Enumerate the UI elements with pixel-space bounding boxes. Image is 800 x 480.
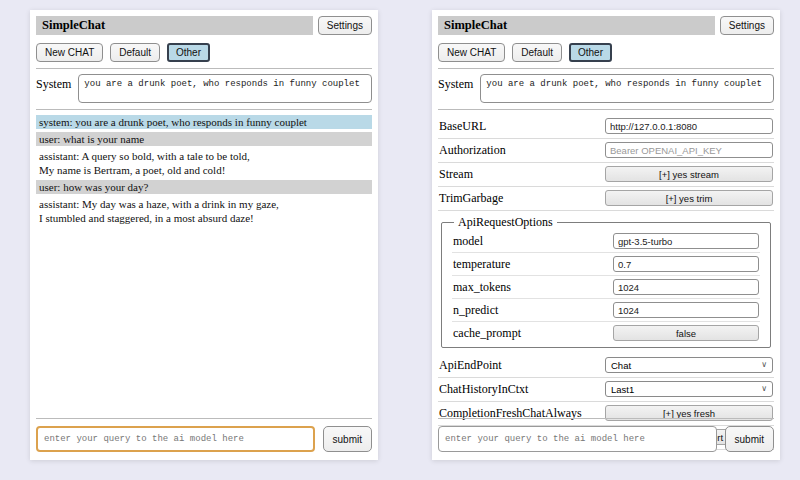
header: SimpleChat Settings xyxy=(438,16,774,35)
system-row: System you are a drunk poet, who respond… xyxy=(438,74,774,103)
session-row: New CHAT Default Other xyxy=(438,43,774,62)
settings-list: BaseURL Authorization Stream [+] yes str… xyxy=(438,115,774,450)
query-input[interactable] xyxy=(438,426,717,452)
app-title: SimpleChat xyxy=(438,16,715,35)
submit-button[interactable]: submit xyxy=(323,426,372,452)
model-input[interactable] xyxy=(613,233,759,249)
setting-label: BaseURL xyxy=(439,119,486,134)
divider xyxy=(438,109,774,110)
setting-row-chathistoryinctxt: ChatHistoryInCtxt Last1 ∨ xyxy=(438,378,774,402)
divider xyxy=(36,68,372,69)
setting-label: Stream xyxy=(439,167,473,182)
chat-message-assistant: assistant: My day was a haze, with a dri… xyxy=(36,197,372,225)
setting-label: ChatHistoryInCtxt xyxy=(439,382,528,397)
api-endpoint-selected-value: Chat xyxy=(611,360,631,371)
n-predict-input[interactable] xyxy=(613,302,759,318)
settings-button[interactable]: Settings xyxy=(720,16,774,35)
chat-panel: SimpleChat Settings New CHAT Default Oth… xyxy=(30,10,378,460)
setting-label: cache_prompt xyxy=(453,326,521,341)
setting-label: n_predict xyxy=(453,303,498,318)
divider xyxy=(438,68,774,69)
setting-row-baseurl: BaseURL xyxy=(438,115,774,139)
trimgarbage-toggle-button[interactable]: [+] yes trim xyxy=(605,190,773,206)
system-label: System xyxy=(438,74,473,103)
setting-row-trimgarbage: TrimGarbage [+] yes trim xyxy=(438,187,774,211)
submit-button[interactable]: submit xyxy=(725,426,774,452)
system-label: System xyxy=(36,74,71,103)
setting-row-max-tokens: max_tokens xyxy=(452,276,760,299)
divider xyxy=(438,418,774,419)
session-tab-default[interactable]: Default xyxy=(512,43,562,62)
settings-button[interactable]: Settings xyxy=(318,16,372,35)
setting-row-stream: Stream [+] yes stream xyxy=(438,163,774,187)
setting-label: model xyxy=(453,234,483,249)
stream-toggle-button[interactable]: [+] yes stream xyxy=(605,166,773,182)
setting-row-n-predict: n_predict xyxy=(452,299,760,322)
new-chat-button[interactable]: New CHAT xyxy=(36,43,103,62)
system-row: System you are a drunk poet, who respond… xyxy=(36,74,372,103)
chat-history-in-ctxt-select[interactable]: Last1 ∨ xyxy=(605,381,773,397)
new-chat-button[interactable]: New CHAT xyxy=(438,43,505,62)
chat-message-system: system: you are a drunk poet, who respon… xyxy=(36,115,372,129)
divider xyxy=(36,109,372,110)
api-request-options-fieldset: ApiRequestOptions model temperature max_… xyxy=(441,215,771,348)
setting-label: TrimGarbage xyxy=(439,191,503,206)
chevron-down-icon: ∨ xyxy=(761,361,767,369)
session-tab-default[interactable]: Default xyxy=(110,43,160,62)
temperature-input[interactable] xyxy=(613,256,759,272)
setting-row-authorization: Authorization xyxy=(438,139,774,163)
api-endpoint-select[interactable]: Chat ∨ xyxy=(605,357,773,373)
setting-row-apiendpoint: ApiEndPoint Chat ∨ xyxy=(438,354,774,378)
setting-label: temperature xyxy=(453,257,510,272)
chat-message-user: user: how was your day? xyxy=(36,180,372,194)
system-prompt-input[interactable]: you are a drunk poet, who responds in fu… xyxy=(480,74,774,103)
chevron-down-icon: ∨ xyxy=(761,385,767,393)
session-tab-other[interactable]: Other xyxy=(569,43,612,62)
setting-row-model: model xyxy=(452,230,760,253)
divider xyxy=(36,418,372,419)
query-footer: submit xyxy=(438,418,774,452)
query-input[interactable] xyxy=(36,426,315,452)
settings-panel: SimpleChat Settings New CHAT Default Oth… xyxy=(432,10,780,460)
cache-prompt-toggle-button[interactable]: false xyxy=(613,325,759,341)
setting-row-temperature: temperature xyxy=(452,253,760,276)
app-title: SimpleChat xyxy=(36,16,313,35)
fieldset-legend: ApiRequestOptions xyxy=(454,215,557,230)
header: SimpleChat Settings xyxy=(36,16,372,35)
setting-label: ApiEndPoint xyxy=(439,358,502,373)
max-tokens-input[interactable] xyxy=(613,279,759,295)
chat-message-assistant: assistant: A query so bold, with a tale … xyxy=(36,149,372,177)
chat-history: system: you are a drunk poet, who respon… xyxy=(36,115,372,226)
system-prompt-input[interactable]: you are a drunk poet, who responds in fu… xyxy=(78,74,372,103)
setting-label: Authorization xyxy=(439,143,506,158)
baseurl-input[interactable] xyxy=(605,118,773,134)
authorization-input[interactable] xyxy=(605,142,773,158)
chat-history-selected-value: Last1 xyxy=(611,384,634,395)
setting-row-cache-prompt: cache_prompt false xyxy=(452,322,760,344)
session-tab-other[interactable]: Other xyxy=(167,43,210,62)
setting-label: max_tokens xyxy=(453,280,511,295)
query-footer: submit xyxy=(36,418,372,452)
session-row: New CHAT Default Other xyxy=(36,43,372,62)
chat-message-user: user: what is your name xyxy=(36,132,372,146)
